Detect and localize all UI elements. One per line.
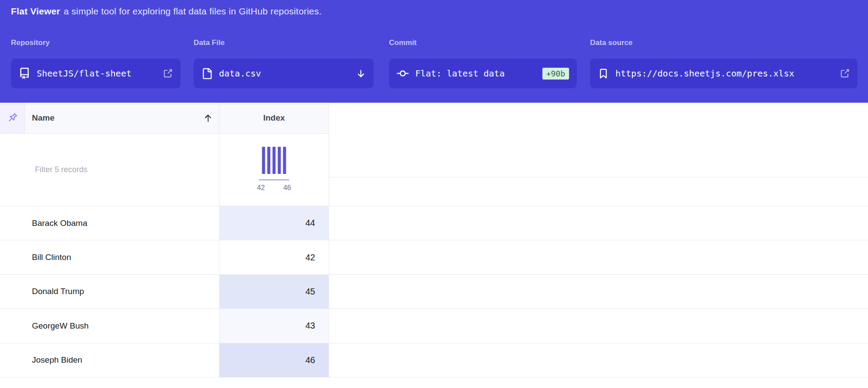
bookmark-icon — [598, 68, 609, 79]
column-header-index[interactable]: Index — [219, 103, 329, 134]
data-source-label: Data source — [590, 38, 858, 59]
index-histogram-cell[interactable]: 42 46 — [219, 134, 329, 206]
index-cell[interactable]: 43 — [219, 309, 329, 343]
app-header: Flat Viewera simple tool for exploring f… — [0, 0, 868, 103]
table-row[interactable]: Barack Obama 44 — [0, 206, 868, 240]
row-pin-cell[interactable] — [0, 240, 25, 274]
histogram-range-labels: 42 46 — [257, 184, 291, 192]
name-cell[interactable]: Bill Clinton — [25, 240, 219, 274]
data-file-value: data.csv — [219, 68, 261, 79]
app-title-rest: a simple tool for exploring flat data fi… — [64, 6, 322, 16]
row-empty-cell — [329, 343, 868, 377]
row-empty-cell — [329, 275, 868, 308]
repository-value: SheetJS/flat-sheet — [37, 68, 132, 79]
column-header-index-label: Index — [263, 113, 285, 123]
index-cell[interactable]: 45 — [219, 275, 329, 308]
row-pin-cell[interactable] — [0, 343, 25, 377]
repository-selector: Repository SheetJS/flat-sheet — [11, 38, 181, 88]
name-cell[interactable]: GeorgeW Bush — [25, 309, 219, 343]
filter-cell — [0, 134, 219, 206]
external-link-icon[interactable] — [840, 69, 850, 79]
row-pin-cell[interactable] — [0, 206, 25, 240]
histogram-bar — [262, 147, 265, 174]
data-grid: Name Index 42 46 B — [0, 103, 868, 378]
row-pin-cell[interactable] — [0, 309, 25, 343]
table-row[interactable]: Donald Trump 45 — [0, 275, 868, 309]
app-title-bold: Flat Viewer — [11, 6, 60, 16]
histogram-bar — [267, 147, 271, 174]
grid-filter-empty — [329, 134, 868, 206]
grid-filter-row: 42 46 — [0, 134, 868, 206]
row-empty-cell — [329, 206, 868, 240]
grid-header-empty — [329, 103, 868, 134]
row-empty-cell — [329, 240, 868, 274]
name-cell[interactable]: Joseph Biden — [25, 343, 219, 377]
table-row[interactable]: GeorgeW Bush 43 — [0, 309, 868, 343]
histogram-min-label: 42 — [257, 184, 265, 192]
column-header-name-label: Name — [32, 113, 55, 123]
histogram-bar — [278, 147, 281, 174]
app-title: Flat Viewera simple tool for exploring f… — [11, 6, 322, 17]
name-cell[interactable]: Donald Trump — [25, 275, 219, 308]
data-source-link[interactable]: https://docs.sheetjs.com/pres.xlsx — [590, 59, 858, 88]
sort-ascending-icon[interactable] — [203, 113, 213, 123]
commit-message: Flat: latest data — [415, 68, 505, 79]
commit-label: Commit — [389, 38, 577, 59]
pin-icon — [6, 111, 19, 125]
data-file-selector: Data File data.csv — [194, 38, 374, 88]
index-histogram — [262, 147, 286, 174]
repository-picker[interactable]: SheetJS/flat-sheet — [11, 59, 181, 88]
repo-book-icon — [19, 68, 30, 79]
grid-header-row: Name Index — [0, 103, 868, 134]
filter-input[interactable] — [0, 165, 219, 174]
arrow-down-icon[interactable] — [356, 69, 366, 79]
histogram-range-line — [259, 179, 289, 180]
pin-column-header[interactable] — [0, 103, 25, 134]
grid-divider — [329, 177, 868, 177]
index-cell[interactable]: 42 — [219, 240, 329, 274]
table-row[interactable]: Joseph Biden 46 — [0, 343, 868, 378]
data-file-label: Data File — [194, 38, 374, 59]
histogram-bar — [283, 147, 286, 174]
histogram-max-label: 46 — [283, 184, 291, 192]
name-cell[interactable]: Barack Obama — [25, 206, 219, 240]
commit-diff-badge: +90b — [542, 68, 569, 80]
table-row[interactable]: Bill Clinton 42 — [0, 240, 868, 274]
data-file-picker[interactable]: data.csv — [194, 59, 374, 88]
index-cell[interactable]: 46 — [219, 343, 329, 377]
repository-label: Repository — [11, 38, 181, 59]
git-commit-icon — [397, 68, 409, 80]
index-cell[interactable]: 44 — [219, 206, 329, 240]
file-icon — [201, 68, 212, 79]
row-empty-cell — [329, 309, 868, 343]
commit-selector: Commit Flat: latest data +90b — [389, 38, 577, 88]
histogram-bar — [273, 147, 276, 174]
row-pin-cell[interactable] — [0, 275, 25, 308]
commit-picker[interactable]: Flat: latest data +90b — [389, 59, 577, 88]
column-header-name[interactable]: Name — [25, 103, 219, 134]
data-source-selector: Data source https://docs.sheetjs.com/pre… — [590, 38, 858, 88]
external-link-icon[interactable] — [163, 69, 173, 79]
data-source-value: https://docs.sheetjs.com/pres.xlsx — [615, 68, 794, 79]
